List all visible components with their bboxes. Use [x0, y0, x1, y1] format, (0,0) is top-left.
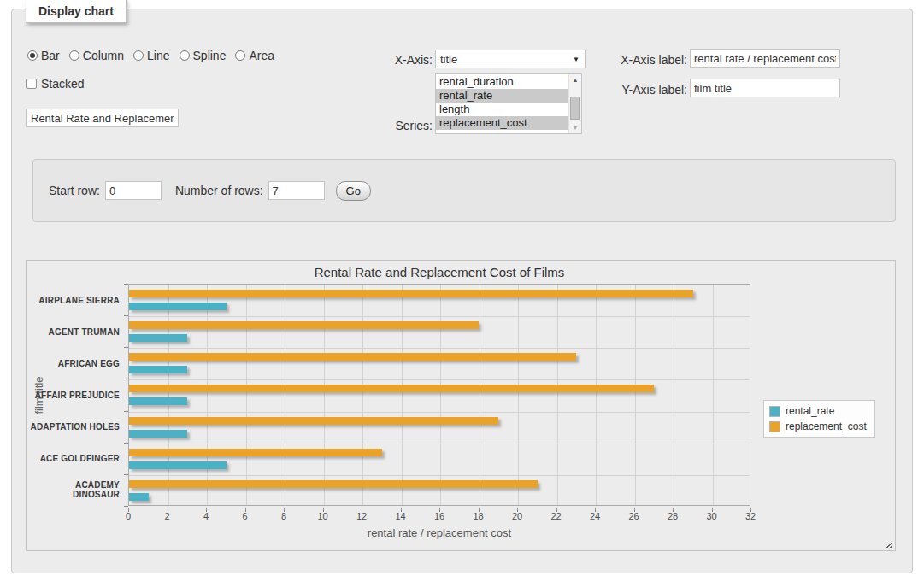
series-option-length[interactable]: length: [436, 103, 568, 116]
gridline: [518, 285, 519, 505]
stacked-checkbox[interactable]: [26, 79, 37, 89]
y-tick-mark: [124, 315, 128, 316]
x-tick-label: 24: [578, 511, 612, 521]
x-tick-label: 6: [228, 511, 262, 521]
bar-rental_rate: [129, 461, 227, 469]
y-tick-mark: [124, 284, 128, 285]
bar-rental_rate: [129, 334, 187, 342]
x-axis-select[interactable]: title ▼: [435, 50, 586, 68]
x-axis-label-input[interactable]: [690, 49, 840, 68]
start-row-label: Start row:: [49, 184, 100, 197]
x-tick-label: 10: [306, 511, 340, 521]
go-button[interactable]: Go: [336, 181, 371, 201]
series-scrollbar[interactable]: ▲ ▼: [568, 74, 581, 133]
y-tick-mark: [124, 347, 128, 348]
bar-replacement_cost: [129, 321, 479, 329]
chart-type-option-area[interactable]: Area: [235, 49, 274, 62]
chart-type-radio-group: BarColumnLineSplineArea: [27, 49, 274, 62]
x-tick-label: 14: [384, 511, 418, 521]
radio-icon[interactable]: [27, 50, 38, 61]
y-tick-mark: [124, 443, 128, 444]
y-tick-mark: [124, 474, 128, 475]
x-tick-label: 8: [267, 511, 301, 521]
series-listbox[interactable]: rental_durationrental_ratelengthreplacem…: [435, 73, 582, 134]
series-option-rental_duration[interactable]: rental_duration: [436, 75, 568, 89]
radio-icon[interactable]: [133, 50, 144, 61]
chart-legend: rental_ratereplacement_cost: [763, 400, 875, 438]
bar-replacement_cost: [129, 290, 693, 297]
resize-grip-icon[interactable]: [884, 539, 892, 548]
y-tick-mark: [124, 506, 128, 507]
bar-replacement_cost: [129, 385, 654, 392]
chart-title-input[interactable]: [26, 109, 179, 127]
stacked-label: Stacked: [41, 77, 85, 91]
row-range-panel: Start row: Number of rows: Go: [32, 159, 896, 222]
legend-label: replacement_cost: [786, 420, 867, 432]
gridline: [324, 285, 325, 505]
bar-rental_rate: [129, 397, 187, 405]
bar-replacement_cost: [129, 480, 538, 488]
chart-title: Rental Rate and Replacement Cost of Film…: [128, 265, 750, 279]
chart-type-option-column[interactable]: Column: [69, 49, 124, 62]
chart-container: Rental Rate and Replacement Cost of Film…: [26, 260, 896, 551]
chart-type-option-spline[interactable]: Spline: [180, 49, 227, 62]
x-tick-label: 12: [344, 511, 379, 521]
scroll-down-icon[interactable]: ▼: [569, 125, 581, 131]
gridline: [362, 285, 363, 505]
x-tick-label: 26: [617, 511, 651, 521]
display-chart-panel: Display chart BarColumnLineSplineArea St…: [11, 9, 913, 573]
category-label: ACADEMY DINOSAUR: [29, 480, 120, 499]
legend-swatch: [769, 406, 780, 417]
num-rows-label: Number of rows:: [175, 184, 263, 197]
legend-label: rental_rate: [786, 405, 834, 417]
category-label: ACE GOLDFINGER: [29, 454, 120, 463]
legend-item: replacement_cost: [769, 420, 867, 432]
gridline: [168, 285, 169, 505]
chart-type-option-line[interactable]: Line: [133, 49, 169, 62]
gridline: [557, 285, 558, 505]
chart-type-option-bar[interactable]: Bar: [27, 49, 60, 62]
series-option-replacement_cost[interactable]: replacement_cost: [436, 116, 568, 130]
category-label: ADAPTATION HOLES: [29, 422, 120, 432]
legend-item: rental_rate: [769, 405, 867, 417]
gridline: [129, 475, 750, 476]
radio-icon[interactable]: [69, 50, 79, 61]
gridline: [402, 285, 403, 505]
chart-type-option-label: Spline: [193, 49, 227, 62]
bar-rental_rate: [129, 303, 227, 310]
x-tick-label: 18: [462, 511, 496, 521]
series-option-rental_rate[interactable]: rental_rate: [436, 89, 568, 103]
category-label: AFRICAN EGG: [29, 358, 120, 367]
gridline: [596, 285, 597, 505]
x-tick-label: 28: [656, 511, 690, 521]
num-rows-input[interactable]: [268, 181, 325, 200]
bar-rental_rate: [129, 430, 187, 438]
series-listbox-label: Series:: [347, 119, 433, 132]
stacked-option[interactable]: Stacked: [26, 77, 85, 91]
plot-area: [128, 284, 750, 506]
chart-type-option-label: Column: [83, 49, 124, 62]
start-row-input[interactable]: [105, 181, 162, 200]
gridline: [129, 412, 750, 413]
x-axis-label-label: X-Axis label:: [602, 53, 687, 67]
gridline: [635, 285, 636, 505]
scrollbar-thumb[interactable]: [570, 97, 580, 120]
x-tick-label: 32: [733, 511, 768, 521]
radio-icon[interactable]: [180, 50, 190, 61]
gridline: [285, 285, 285, 505]
y-category-labels: AIRPLANE SIERRAAGENT TRUMANAFRICAN EGGAF…: [27, 284, 121, 506]
bar-rental_rate: [129, 493, 149, 501]
radio-icon[interactable]: [235, 50, 245, 61]
x-axis-select-label: X-Axis:: [347, 53, 433, 67]
x-tick-label: 0: [111, 511, 145, 521]
x-tick-label: 22: [539, 511, 574, 521]
bar-replacement_cost: [129, 449, 382, 456]
gridline: [129, 348, 750, 349]
legend-swatch: [769, 421, 780, 432]
gridline: [440, 285, 441, 505]
y-axis-label-label: Y-Axis label:: [602, 83, 687, 97]
scroll-up-icon[interactable]: ▲: [569, 77, 581, 83]
bar-rental_rate: [129, 366, 187, 373]
y-axis-label-input[interactable]: [690, 79, 840, 97]
gridline: [480, 285, 480, 505]
